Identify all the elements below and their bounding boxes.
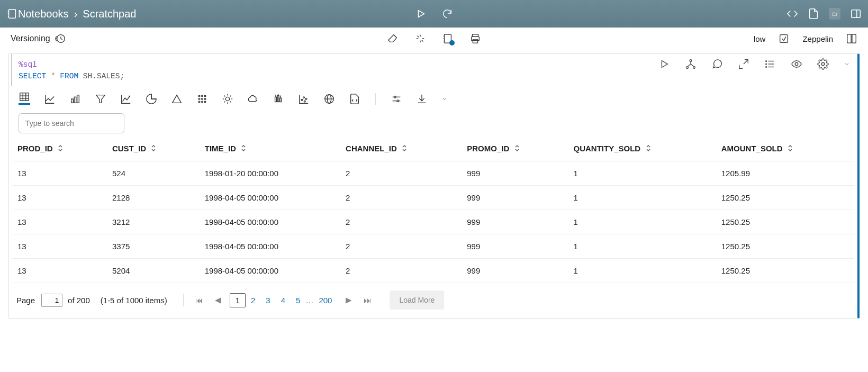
table-view-icon[interactable] bbox=[19, 93, 30, 105]
svg-marker-22 bbox=[662, 61, 667, 68]
table-row[interactable]: 1332121998-04-05 00:00:00299911250.25 bbox=[12, 210, 854, 234]
run-all-icon[interactable] bbox=[415, 8, 427, 20]
dependency-icon[interactable] bbox=[685, 58, 697, 70]
svg-point-45 bbox=[198, 95, 200, 97]
cell-cust_id: 3375 bbox=[107, 234, 200, 259]
code-view-icon[interactable] bbox=[786, 8, 798, 20]
page-input[interactable] bbox=[41, 294, 62, 307]
page-number-3[interactable]: 3 bbox=[260, 294, 275, 307]
column-header-channel_id[interactable]: CHANNEL_ID bbox=[340, 137, 462, 161]
notebook-cell: %sql SELECT * FROM SH.SALES; bbox=[8, 53, 860, 319]
svg-marker-44 bbox=[173, 95, 182, 103]
notebook-export-icon[interactable] bbox=[442, 33, 454, 44]
scatter-chart-icon[interactable] bbox=[196, 93, 208, 105]
sunburst-chart-icon[interactable] bbox=[222, 93, 233, 105]
svg-point-70 bbox=[303, 96, 305, 98]
area-chart-icon[interactable] bbox=[120, 93, 132, 105]
code-kw-from: FROM bbox=[60, 72, 78, 80]
column-header-quantity_sold[interactable]: QUANTITY_SOLD bbox=[568, 137, 716, 161]
svg-point-25 bbox=[693, 67, 695, 69]
versioning-label[interactable]: Versioning bbox=[11, 34, 50, 43]
cell-channel_id: 2 bbox=[340, 161, 462, 186]
visualization-settings-icon[interactable] bbox=[391, 93, 402, 105]
page-numbers: 12345…200 bbox=[230, 296, 338, 305]
pyramid-chart-icon[interactable] bbox=[171, 93, 183, 105]
svg-point-51 bbox=[198, 101, 200, 103]
table-search bbox=[19, 113, 124, 133]
results-table: PROD_ID CUST_ID TIME_ID CHANNEL_ID PROMO… bbox=[12, 137, 854, 284]
search-input[interactable] bbox=[19, 113, 124, 133]
cell-amount_sold: 1250.25 bbox=[716, 186, 854, 210]
refresh-icon[interactable] bbox=[441, 8, 453, 20]
svg-point-46 bbox=[202, 95, 203, 97]
column-header-cust_id[interactable]: CUST_ID bbox=[107, 137, 200, 161]
prev-page-icon[interactable]: ◀ bbox=[212, 295, 224, 305]
pager-separator bbox=[183, 294, 184, 306]
line-chart-icon[interactable] bbox=[44, 93, 56, 105]
table-row[interactable]: 1333751998-04-05 00:00:00299911250.25 bbox=[12, 234, 854, 259]
eraser-icon[interactable] bbox=[387, 33, 399, 44]
svg-rect-35 bbox=[20, 93, 29, 101]
table-row[interactable]: 1352041998-04-05 00:00:00299911250.25 bbox=[12, 259, 854, 283]
scatter-plot-icon[interactable] bbox=[298, 93, 310, 105]
list-icon[interactable] bbox=[764, 58, 776, 70]
column-header-amount_sold[interactable]: AMOUNT_SOLD bbox=[716, 137, 854, 161]
pie-chart-icon[interactable] bbox=[146, 93, 157, 105]
column-header-prod_id[interactable]: PROD_ID bbox=[12, 137, 107, 161]
next-page-icon[interactable]: ▶ bbox=[342, 295, 355, 305]
cell-time_id: 1998-04-05 00:00:00 bbox=[200, 210, 340, 234]
sort-icon bbox=[787, 144, 793, 153]
page-number-5[interactable]: 5 bbox=[291, 294, 305, 307]
last-page-icon[interactable]: ⏭ bbox=[360, 296, 375, 305]
print-icon[interactable] bbox=[469, 33, 481, 44]
download-icon[interactable] bbox=[416, 93, 428, 105]
boxplot-icon[interactable] bbox=[273, 93, 284, 105]
panel-split-icon[interactable] bbox=[850, 8, 862, 20]
download-dropdown-icon[interactable] bbox=[441, 93, 448, 105]
priority-icon[interactable] bbox=[778, 33, 790, 44]
page-number-1[interactable]: 1 bbox=[230, 293, 246, 307]
svg-point-54 bbox=[225, 97, 229, 101]
page-range-label: (1-5 of 1000 items) bbox=[101, 296, 167, 305]
raw-output-icon[interactable] bbox=[349, 93, 360, 105]
settings-icon[interactable] bbox=[817, 58, 829, 70]
svg-rect-63 bbox=[275, 97, 277, 102]
visibility-icon[interactable] bbox=[791, 58, 802, 70]
pagination: Page of 200 (1-5 of 1000 items) ⏮ ◀ 1234… bbox=[9, 283, 857, 310]
table-row[interactable]: 1321281998-04-05 00:00:00299911250.25 bbox=[12, 186, 854, 210]
cell-time_id: 1998-04-05 00:00:00 bbox=[200, 186, 340, 210]
expand-icon[interactable] bbox=[738, 58, 749, 70]
code-star: * bbox=[51, 72, 56, 80]
funnel-chart-icon[interactable] bbox=[95, 93, 106, 105]
document-icon[interactable] bbox=[808, 8, 819, 20]
svg-line-59 bbox=[224, 95, 225, 96]
breadcrumb-current[interactable]: Scratchpad bbox=[83, 8, 136, 20]
run-cell-icon[interactable] bbox=[658, 58, 670, 70]
cell-channel_id: 2 bbox=[340, 186, 462, 210]
column-header-promo_id[interactable]: PROMO_ID bbox=[462, 137, 568, 161]
first-page-icon[interactable]: ⏮ bbox=[192, 296, 206, 305]
sort-icon bbox=[645, 144, 652, 153]
cell-channel_id: 2 bbox=[340, 234, 462, 259]
svg-point-71 bbox=[305, 98, 307, 99]
table-row[interactable]: 135241998-01-20 00:00:00299911205.99 bbox=[12, 161, 854, 186]
folder-icon[interactable] bbox=[829, 8, 840, 20]
magic-icon[interactable] bbox=[414, 33, 426, 44]
breadcrumb-root[interactable]: Notebooks bbox=[18, 8, 69, 20]
book-icon[interactable] bbox=[846, 33, 857, 44]
comment-icon[interactable] bbox=[711, 58, 723, 70]
cell-promo_id: 999 bbox=[462, 161, 568, 186]
chevron-down-icon[interactable] bbox=[844, 58, 850, 70]
page-number-4[interactable]: 4 bbox=[276, 294, 291, 307]
column-header-time_id[interactable]: TIME_ID bbox=[200, 137, 340, 161]
page-number-200[interactable]: 200 bbox=[313, 294, 337, 307]
bar-chart-icon[interactable] bbox=[69, 93, 81, 105]
history-icon[interactable] bbox=[55, 33, 66, 44]
load-more-button[interactable]: Load More bbox=[390, 291, 444, 310]
svg-rect-40 bbox=[71, 99, 74, 103]
tag-cloud-icon[interactable] bbox=[247, 93, 259, 105]
page-number-2[interactable]: 2 bbox=[246, 294, 260, 307]
map-chart-icon[interactable] bbox=[323, 93, 335, 105]
svg-line-61 bbox=[224, 101, 225, 102]
cell-prod_id: 13 bbox=[12, 259, 107, 283]
